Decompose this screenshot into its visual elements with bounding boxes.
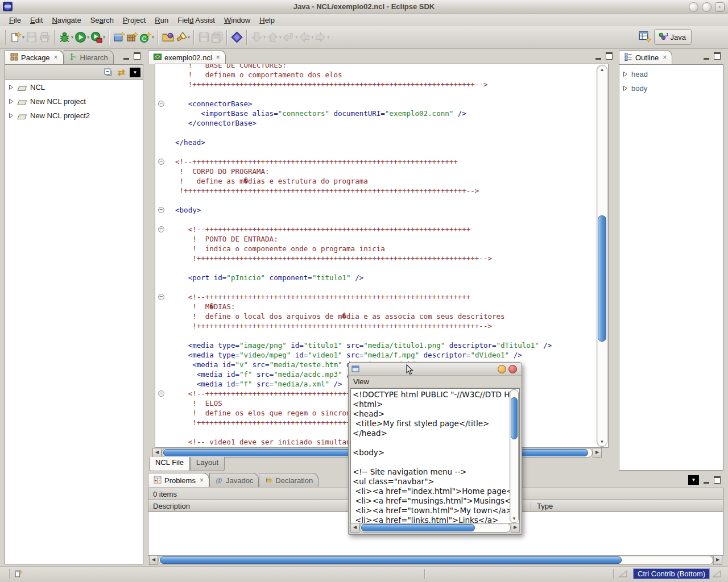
java-perspective-button[interactable]: >J Java xyxy=(654,29,692,45)
editor-scrollbar-thumb[interactable] xyxy=(598,215,606,342)
fold-marker-icon[interactable]: − xyxy=(155,389,167,398)
tree-item-ncl[interactable]: path d="M1 2.5 h5 l1.5 2 H15 v9 H1 Z" fi… xyxy=(5,80,143,94)
maximize-outline-button[interactable] xyxy=(714,52,721,60)
fold-marker-icon[interactable]: − xyxy=(155,292,167,302)
floating-vscroll-thumb[interactable] xyxy=(511,397,518,439)
scroll-left-icon[interactable]: ◀ xyxy=(149,555,158,565)
floating-window-titlebar[interactable] xyxy=(349,363,522,376)
fold-marker-icon[interactable]: − xyxy=(155,225,167,234)
floating-vertical-scrollbar[interactable]: ▼ xyxy=(510,389,519,523)
minimize-outline-button[interactable] xyxy=(704,53,709,60)
menu-file[interactable]: File xyxy=(5,15,26,26)
open-perspective-button[interactable] xyxy=(639,30,651,44)
column-type[interactable]: Type xyxy=(531,502,553,510)
menu-search[interactable]: Search xyxy=(86,15,118,26)
menu-navigate[interactable]: Navigate xyxy=(47,15,85,26)
toolbar-run-external-tools-icon[interactable]: ▾ xyxy=(90,30,106,44)
floating-horizontal-scrollbar[interactable]: ◀ ▶ xyxy=(350,523,520,532)
maximize-window-button[interactable] xyxy=(702,2,712,12)
package-explorer-tree[interactable]: path d="M1 2.5 h5 l1.5 2 H15 v9 H1 Z" fi… xyxy=(5,80,143,564)
tab-javadoc[interactable]: @Javadoc xyxy=(209,473,259,487)
toolbar-last-edit-location-icon: ▾ xyxy=(282,30,298,44)
tab-package[interactable]: Package× xyxy=(5,50,64,64)
floating-view-content[interactable]: <!DOCTYPE html PUBLIC "-//W3C//DTD HTML … xyxy=(350,388,520,524)
minimize-problems-button[interactable] xyxy=(704,477,709,484)
tab-hierarch[interactable]: Hierarch xyxy=(64,50,114,64)
outline-item-body[interactable]: body xyxy=(619,81,723,95)
outline-item-head[interactable]: head xyxy=(619,67,723,81)
scroll-up-icon[interactable]: ▲ xyxy=(597,67,607,72)
link-with-editor-button[interactable]: ⇄ xyxy=(118,67,125,78)
problems-hscroll-track[interactable] xyxy=(158,555,713,565)
outline-tree[interactable]: headbody xyxy=(619,64,723,471)
fold-marker-icon[interactable]: − xyxy=(155,157,167,167)
minimize-view-button[interactable] xyxy=(123,53,129,60)
minimize-editor-button[interactable] xyxy=(595,53,601,60)
maximize-problems-button[interactable] xyxy=(714,476,721,484)
menu-project[interactable]: Project xyxy=(118,15,150,26)
collapse-all-button[interactable] xyxy=(104,68,113,77)
scroll-right-icon[interactable]: ▶ xyxy=(713,555,722,565)
close-window-button[interactable]: ‹ xyxy=(715,2,725,12)
code-text: <media id="f" src="media/acdc.mp3" /> xyxy=(167,369,355,379)
gutter xyxy=(155,80,167,89)
toolbar-print-icon xyxy=(38,30,51,44)
expand-arrow-icon[interactable] xyxy=(623,70,628,78)
problems-view-menu-button[interactable]: ▼ xyxy=(688,475,699,485)
menu-run[interactable]: Run xyxy=(150,15,173,26)
tab-outline[interactable]: Outline× xyxy=(619,50,672,64)
editor-page-tab-layout[interactable]: Layout xyxy=(190,457,225,471)
expand-arrow-icon[interactable] xyxy=(9,111,14,120)
toolbar-debug-icon[interactable]: ▾ xyxy=(58,30,74,44)
toolbar-new-package-icon[interactable] xyxy=(126,30,139,44)
fast-view-icon[interactable] xyxy=(14,569,23,580)
toolbar-run-icon[interactable]: ▾ xyxy=(74,30,90,44)
floating-close-button[interactable] xyxy=(508,365,517,373)
menu-help[interactable]: Help xyxy=(255,15,279,26)
expand-arrow-icon[interactable] xyxy=(9,97,14,106)
scroll-down-icon[interactable]: ▼ xyxy=(597,439,607,444)
expand-arrow-icon[interactable] xyxy=(9,83,14,92)
scroll-down-icon[interactable]: ▼ xyxy=(510,516,518,521)
menu-edit[interactable]: Edit xyxy=(26,15,47,26)
toolbar-open-type-icon[interactable] xyxy=(162,30,175,44)
tab-declaration[interactable]: (Declaration xyxy=(259,473,318,487)
close-icon[interactable]: × xyxy=(663,53,667,61)
tab-problems[interactable]: Problems× xyxy=(148,473,209,487)
problems-horizontal-scrollbar[interactable]: ◀ ▶ xyxy=(149,556,722,564)
problems-hscroll-thumb[interactable] xyxy=(160,556,622,564)
scroll-right-icon[interactable]: ▶ xyxy=(511,523,520,533)
fold-marker-icon[interactable]: − xyxy=(155,205,167,215)
ctrl-contrib-button[interactable]: Ctrl Contrib (Bottom) xyxy=(633,568,710,579)
maximize-view-button[interactable] xyxy=(134,52,140,60)
editor-tab-exemplo02-ncl[interactable]: exemplo02.ncl× xyxy=(148,50,226,64)
toolbar-new-java-project-icon[interactable] xyxy=(113,30,126,44)
menu-field-assist[interactable]: Field Assist xyxy=(173,15,220,26)
close-icon[interactable]: × xyxy=(216,53,220,61)
code-text xyxy=(167,128,171,138)
scroll-left-icon[interactable]: ◀ xyxy=(350,523,359,533)
floating-hscroll-track[interactable] xyxy=(359,523,511,533)
minimize-window-button[interactable] xyxy=(689,2,698,12)
toolbar-new-wizard-icon[interactable]: ▾ xyxy=(9,30,25,44)
fold-marker-icon[interactable]: − xyxy=(155,99,167,109)
toolbar-ncl-media-icon[interactable] xyxy=(230,30,243,44)
floating-minimize-button[interactable] xyxy=(498,365,506,373)
close-icon[interactable]: × xyxy=(200,476,204,484)
editor-page-tab-ncl-file[interactable]: NCL File xyxy=(149,457,190,471)
close-icon[interactable]: × xyxy=(54,53,58,61)
toolbar-new-class-icon[interactable]: C▾ xyxy=(139,30,155,44)
view-menu-button[interactable]: ▼ xyxy=(130,68,140,77)
tree-item-new-ncl-project[interactable]: path d="M1 2.5 h5 l1.5 2 H15 v9 H1 Z" fi… xyxy=(5,94,143,109)
gutter xyxy=(155,234,167,244)
floating-hscroll-thumb[interactable] xyxy=(361,524,475,531)
column-description[interactable]: Description xyxy=(153,502,190,510)
editor-vertical-scrollbar[interactable]: ▲ ▼ xyxy=(597,65,607,447)
toolbar-search-icon[interactable]: ▾ xyxy=(175,30,191,44)
menu-window[interactable]: Window xyxy=(220,15,255,26)
scroll-right-icon[interactable]: ▶ xyxy=(593,448,602,458)
maximize-editor-button[interactable] xyxy=(606,52,613,60)
tree-item-new-ncl-project2[interactable]: path d="M1 2.5 h5 l1.5 2 H15 v9 H1 Z" fi… xyxy=(5,109,143,123)
expand-arrow-icon[interactable] xyxy=(623,84,628,93)
scroll-left-icon[interactable]: ◀ xyxy=(152,448,162,458)
